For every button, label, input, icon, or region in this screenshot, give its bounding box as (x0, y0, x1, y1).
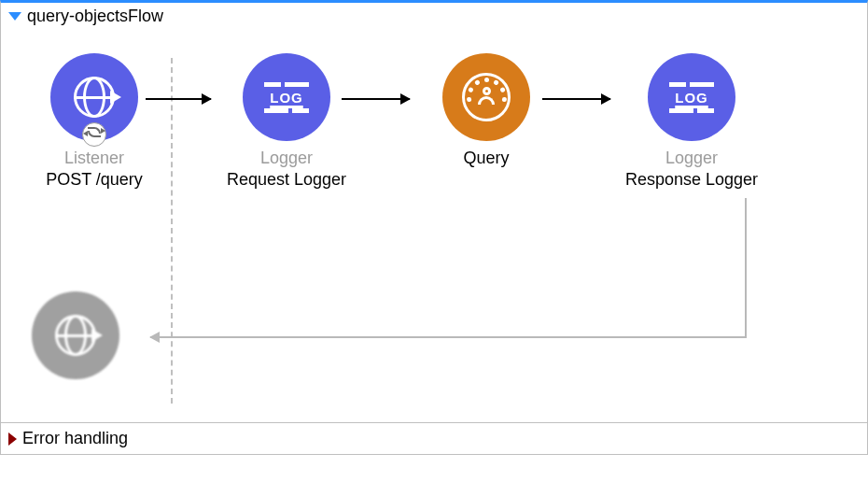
node-type: Listener (20, 149, 169, 168)
return-arrow (150, 336, 747, 338)
flow-canvas: Listener POST /query LOG Logger Request … (1, 30, 867, 422)
source-divider (171, 58, 173, 404)
node-query[interactable]: Query (412, 53, 561, 170)
node-request-logger[interactable]: LOG Logger Request Logger (212, 53, 361, 190)
node-listener[interactable]: Listener POST /query (20, 53, 169, 190)
output-icon (32, 291, 119, 379)
flow-header[interactable]: query-objectsFlow (1, 3, 867, 30)
node-type: Logger (212, 149, 361, 168)
error-section-title: Error handling (22, 429, 128, 448)
flow-title: query-objectsFlow (27, 7, 163, 26)
arrow-1 (146, 98, 211, 100)
logger-icon: LOG (648, 53, 735, 141)
arrow-2 (342, 98, 410, 100)
node-output[interactable] (20, 291, 132, 379)
flow-container: query-objectsFlow Listener POST /query L… (0, 0, 868, 423)
node-type: Query (412, 149, 561, 168)
node-name: Response Logger (617, 170, 766, 190)
arrow-3 (542, 98, 610, 100)
node-response-logger[interactable]: LOG Logger Response Logger (617, 53, 766, 190)
query-icon (442, 53, 530, 141)
round-trip-badge-icon (82, 122, 106, 147)
return-vline (745, 198, 747, 338)
logger-icon: LOG (243, 53, 330, 141)
node-name: POST /query (20, 170, 169, 190)
expand-toggle-icon[interactable] (8, 432, 17, 446)
error-handling-section[interactable]: Error handling (0, 423, 868, 455)
globe-icon (55, 315, 96, 356)
globe-icon (74, 77, 115, 118)
node-name: Request Logger (212, 170, 361, 190)
collapse-toggle-icon[interactable] (8, 12, 21, 21)
listener-icon (50, 53, 138, 141)
node-type: Logger (617, 149, 766, 168)
